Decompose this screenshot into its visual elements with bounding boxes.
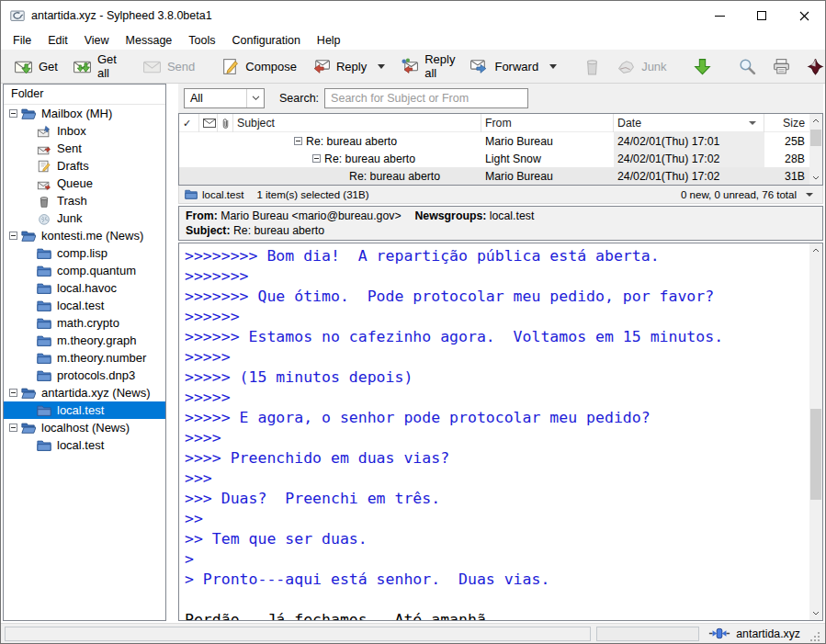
folder-item-math-crypto[interactable]: math.crypto [4,314,165,332]
compose-button[interactable]: Compose [213,53,304,80]
maximize-button[interactable] [741,1,783,30]
reply-button[interactable]: Reply [304,53,392,80]
reply-dropdown-icon[interactable] [378,64,385,69]
scroll-up-icon[interactable] [809,114,822,128]
collapse-icon[interactable] [9,232,17,240]
menu-tools[interactable]: Tools [180,32,223,49]
date-column-header[interactable]: Date [614,114,764,132]
folder-label: kontesti.me (News) [41,229,143,243]
folder-item-sent[interactable]: Sent [4,140,165,157]
counts-dropdown-icon[interactable] [806,193,813,197]
search-button[interactable] [730,53,764,80]
menu-edit[interactable]: Edit [40,32,76,49]
message-row[interactable]: Re: bureau abertoMario Bureau24/02/01(Th… [179,167,809,185]
folder-item-queue[interactable]: Queue [4,175,165,192]
delete-button[interactable] [575,53,609,80]
folder-item-comp-quantum[interactable]: comp.quantum [4,262,165,279]
message-list-header: ✓ Subject From Date Size [179,114,809,132]
filter-scope-select[interactable]: All [184,88,265,108]
send-button[interactable]: Send [135,53,202,80]
collapse-icon[interactable] [294,135,302,148]
get-all-button[interactable]: Get all [65,49,124,84]
menu-configuration[interactable]: Configuration [224,32,309,49]
quoted-line: >>>>> E agora, o senhor pode protocolar … [185,408,817,428]
get-button[interactable]: Get [6,53,65,80]
folder-item-m-theory-graph[interactable]: m.theory.graph [4,332,165,349]
subject-column-header[interactable]: Subject [233,114,481,132]
folder-item-local-test[interactable]: local.test [4,297,165,314]
folder-item-junk[interactable]: Junk [4,209,165,227]
folder-item-antartida-xyz-news[interactable]: antartida.xyz (News) [4,384,165,401]
collapse-icon[interactable] [9,389,17,397]
status-column-header[interactable] [199,114,218,132]
junk-button[interactable]: Junk [609,53,673,80]
scrollbar-thumb[interactable] [810,130,821,146]
close-button[interactable] [783,1,825,30]
window-title: antartida.xyz - Sylpheed 3.8.0beta1 [31,9,212,22]
message-list-scrollbar[interactable] [809,114,822,185]
scrollbar-thumb[interactable] [810,409,821,499]
menu-view[interactable]: View [76,32,118,49]
mail-icon [203,119,216,128]
scroll-down-icon[interactable] [809,606,822,620]
collapse-icon[interactable] [9,109,17,118]
folder-item-local-test[interactable]: local.test [4,401,165,419]
folder-icon [37,281,51,296]
folder-label: Trash [57,194,87,208]
folder-label: local.test [57,403,104,417]
status-message-area [5,627,591,641]
menu-message[interactable]: Message [118,32,181,49]
message-list: ✓ Subject From Date Size Re: bureau aber… [178,113,823,186]
stop-icon [806,57,825,76]
folder-item-kontesti-me-news[interactable]: kontesti.me (News) [4,227,165,244]
progress-indicator [596,627,699,641]
folder-item-mailbox-mh[interactable]: Mailbox (MH) [4,105,165,122]
folder-item-localhost-news[interactable]: localhost (News) [4,419,165,436]
date-cell: 24/02/01(Thu) 17:01 [614,132,764,150]
mark-column-header[interactable]: ✓ [179,114,199,132]
junk-icon [617,57,636,76]
menu-help[interactable]: Help [309,32,349,49]
message-body-text: >>>>>>>> Bom dia! A repartição pública e… [179,243,822,621]
folder-item-trash[interactable]: Trash [4,192,165,209]
trash-icon [583,57,602,76]
print-icon [772,57,791,76]
folder-icon [37,264,51,278]
folder-item-drafts[interactable]: Drafts [4,157,165,175]
size-column-header[interactable]: Size [764,114,809,132]
scroll-up-icon[interactable] [809,243,822,257]
subject-text: Re: bureau aberto [349,170,440,183]
folder-item-m-theory-number[interactable]: m.theory.number [4,349,165,367]
folder-item-inbox[interactable]: Inbox [4,122,165,140]
message-row[interactable]: Re: bureau abertoMario Bureau24/02/01(Th… [179,132,809,150]
chevron-down-icon[interactable] [246,89,264,107]
collapse-icon[interactable] [312,153,321,165]
folder-label: local.havoc [57,281,117,295]
from-column-header[interactable]: From [481,114,614,132]
message-row[interactable]: Re: bureau abertoLight Snow24/02/01(Thu)… [179,150,809,167]
stop-button[interactable] [798,53,826,80]
next-unread-button[interactable] [685,53,719,80]
mark-cell [179,167,199,185]
scroll-down-icon[interactable] [809,171,822,185]
minimize-button[interactable] [698,1,741,30]
resize-grip[interactable] [809,629,821,641]
reply-all-button[interactable]: Reply all [392,49,462,84]
get-all-label: Get all [97,52,117,80]
search-input[interactable] [324,88,528,108]
message-counts: 0 new, 0 unread, 76 total [681,189,797,200]
forward-dropdown-icon[interactable] [549,64,557,69]
attachment-column-header[interactable] [218,114,233,132]
print-button[interactable] [764,53,798,80]
folder-item-local-test[interactable]: local.test [4,436,165,454]
forward-button[interactable]: Forward [462,53,564,80]
collapse-icon[interactable] [9,424,17,432]
pane-splitter[interactable] [172,84,173,621]
folder-header[interactable]: Folder [4,85,165,105]
folder-item-local-havoc[interactable]: local.havoc [4,279,165,297]
menu-file[interactable]: File [5,32,40,49]
folder-item-protocols-dnp3[interactable]: protocols.dnp3 [4,367,165,384]
message-body-scrollbar[interactable] [809,243,822,620]
folder-item-comp-lisp[interactable]: comp.lisp [4,244,165,262]
inbox-icon [37,124,51,139]
